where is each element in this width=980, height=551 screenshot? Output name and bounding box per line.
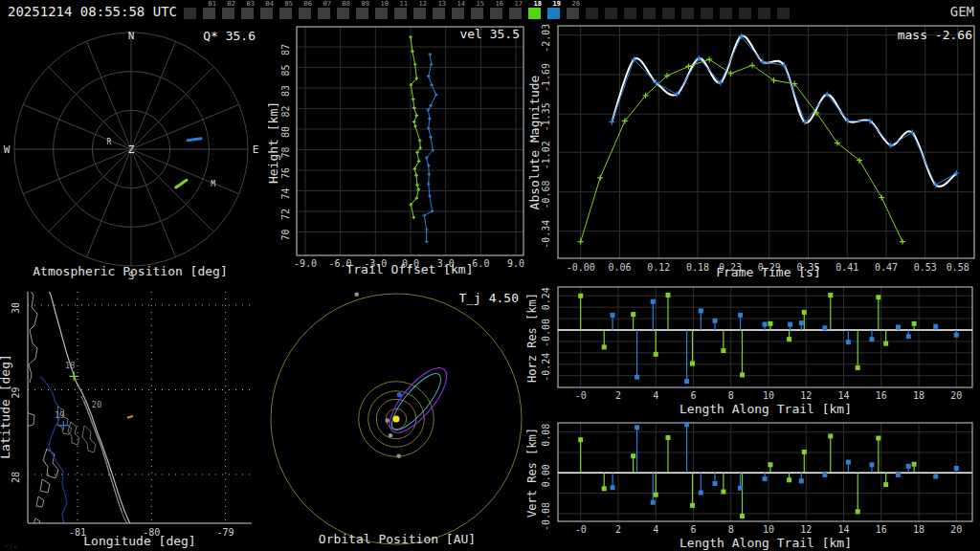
plus-marker: [770, 77, 776, 83]
frame-square-04[interactable]: 04: [260, 8, 273, 19]
frame-square-06[interactable]: 06: [299, 8, 311, 19]
jupiter-dot: [354, 292, 359, 297]
station-19-residuals: [611, 422, 959, 505]
frame-slot[interactable]: [184, 8, 196, 19]
frame-number-label: 18: [534, 1, 542, 8]
x-tick-label: 0.58: [947, 262, 969, 273]
frame-number-label: 11: [400, 1, 408, 8]
frame-square-07[interactable]: 07: [318, 8, 330, 19]
island-shape: [33, 518, 40, 526]
frame-slot[interactable]: [758, 8, 770, 19]
frame-square-20[interactable]: 20: [567, 8, 579, 19]
frame-number-label: 14: [457, 1, 465, 8]
frame-slot[interactable]: [662, 8, 675, 19]
plus-marker: [413, 124, 417, 128]
frame-number-label: 09: [362, 1, 369, 8]
lagoon-shape: [68, 422, 79, 445]
plus-marker: [425, 228, 429, 231]
x-axis-title: Longitude [deg]: [83, 534, 195, 548]
frame-square-02[interactable]: 02: [222, 8, 234, 19]
frame-square-16[interactable]: 16: [490, 8, 502, 19]
frame-number-label: 20: [572, 1, 580, 8]
frame-square-19[interactable]: 19: [547, 8, 560, 19]
x-tick-label: -0.00: [567, 262, 595, 273]
compass-north-label: N: [128, 30, 135, 42]
frame-square-01[interactable]: 01: [203, 8, 215, 19]
y-tick-label: -2.03: [541, 24, 551, 53]
x-tick-label: 18: [913, 524, 924, 535]
compass-west-label: W: [4, 143, 11, 156]
y-tick-label: 72: [280, 209, 291, 220]
frame-slot[interactable]: [643, 8, 656, 19]
y-tick-label: 0.00: [541, 464, 551, 487]
frame-slot[interactable]: [624, 8, 636, 19]
comparison-orbit-ellipse: [385, 367, 448, 436]
x-tick-label: 4: [653, 524, 658, 535]
frame-slot[interactable]: [586, 8, 598, 19]
station-18-series: [578, 56, 905, 244]
y-tick-label: 0.08: [541, 424, 551, 447]
station-19-series: [609, 33, 959, 187]
frame-slot[interactable]: [739, 8, 751, 19]
plus-marker: [412, 98, 415, 101]
grid: [558, 26, 974, 258]
plus-marker: [425, 240, 429, 244]
x-tick-label: 8: [728, 390, 734, 401]
y-tick-label: 76: [280, 167, 291, 179]
y-axis-title: Absolute Magnitude: [527, 75, 542, 209]
x-tick-label: 6: [690, 524, 696, 535]
frame-number-label: 08: [343, 1, 350, 8]
mars-dot: [396, 453, 401, 458]
meteor-ground-track: [127, 416, 133, 418]
x-tick-label: -0: [575, 390, 587, 401]
plus-marker: [578, 239, 584, 245]
y-axis-title: Height [km]: [268, 101, 280, 184]
frame-number-label: 07: [323, 1, 331, 8]
y-axis-title: Horz Res [km]: [526, 293, 539, 383]
frame-number-label: 15: [477, 1, 484, 8]
frame-slot[interactable]: [777, 8, 790, 19]
venus-dot: [389, 433, 393, 438]
x-tick-label: 2: [615, 524, 621, 535]
ground-map-chart: -81-80-79302928181920Latitude [deg]Longi…: [0, 282, 268, 551]
station-label-18: 18: [65, 361, 76, 370]
y-tick-label: -1.35: [541, 102, 551, 131]
frame-slot[interactable]: [701, 8, 713, 19]
frame-square-18[interactable]: 18: [528, 8, 541, 19]
frame-square-08[interactable]: 08: [337, 8, 349, 19]
y-tick-label: 0.24: [541, 287, 551, 310]
x-tick-label: 12: [800, 390, 812, 401]
vel-stat-label: vel 35.5: [459, 27, 520, 41]
height-profile-panel: -9.0-6.0-3.00.03.06.09.08785838280787674…: [268, 23, 526, 286]
light-curve-chart: -0.000.060.120.180.230.290.350.410.470.5…: [526, 23, 980, 282]
y-axis-title: Vert Res [km]: [526, 428, 539, 518]
x-tick-label: 0.53: [914, 262, 937, 273]
frame-number-label: 12: [419, 1, 427, 8]
x-tick-label: 6: [690, 390, 696, 401]
frame-square-12[interactable]: 12: [413, 8, 426, 19]
island-shape: [43, 449, 58, 478]
barrier-island: [81, 396, 128, 526]
frame-square-05[interactable]: 05: [279, 8, 292, 19]
frame-square-13[interactable]: 13: [433, 8, 445, 19]
trail-streak-19: [188, 139, 201, 141]
frame-square-17[interactable]: 17: [509, 8, 522, 19]
frame-slot[interactable]: [720, 8, 732, 19]
island-shape: [36, 496, 44, 507]
frame-square-15[interactable]: 15: [471, 8, 483, 19]
trail-streak-18: [176, 180, 187, 187]
y-tick-label: 87: [280, 44, 291, 55]
frame-square-09[interactable]: 09: [356, 8, 368, 19]
frame-square-14[interactable]: 14: [452, 8, 464, 19]
frame-square-11[interactable]: 11: [394, 8, 407, 19]
ground-map-panel: -81-80-79302928181920Latitude [deg]Longi…: [0, 282, 268, 551]
plus-marker: [431, 209, 434, 213]
vert-res-panel: -024681012141618200.080.00-0.08Vert Res …: [526, 416, 980, 551]
frame-square-10[interactable]: 10: [375, 8, 388, 19]
x-axis-title: Frame Time [s]: [716, 265, 821, 279]
frame-square-03[interactable]: 03: [241, 8, 254, 19]
frame-slot[interactable]: [605, 8, 617, 19]
frame-slot[interactable]: [681, 8, 694, 19]
grid: [28, 292, 252, 523]
x-tick-label: 6.0: [472, 258, 489, 269]
